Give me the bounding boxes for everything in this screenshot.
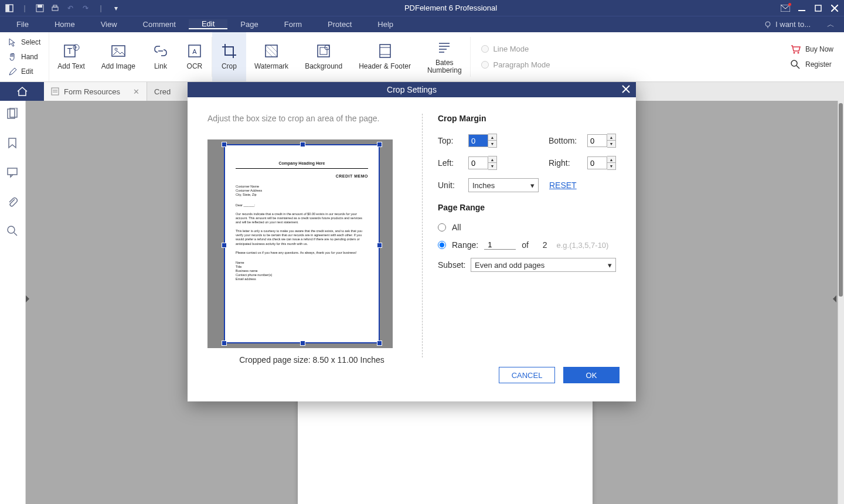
dialog-close-icon[interactable] bbox=[621, 84, 632, 96]
bottom-up[interactable]: ▲ bbox=[607, 134, 615, 141]
headerfooter-button[interactable]: Header & Footer bbox=[350, 32, 419, 81]
preview-heading: Company Heading Here bbox=[236, 161, 368, 166]
iwantto-button[interactable]: I want to... bbox=[753, 20, 821, 29]
preview-memo: CREDIT MEMO bbox=[236, 173, 368, 179]
maximize-icon[interactable] bbox=[814, 4, 823, 13]
addtext-label: Add Text bbox=[57, 63, 84, 70]
bookmark-icon[interactable] bbox=[6, 137, 19, 150]
link-button[interactable]: Link bbox=[144, 32, 178, 81]
ok-button[interactable]: OK bbox=[563, 367, 620, 383]
left-down[interactable]: ▼ bbox=[488, 163, 496, 169]
right-up[interactable]: ▲ bbox=[607, 156, 615, 163]
crop-handle-w[interactable] bbox=[222, 243, 227, 248]
left-input[interactable] bbox=[468, 156, 488, 169]
menu-help[interactable]: Help bbox=[365, 20, 406, 29]
searchpanel-icon[interactable] bbox=[6, 225, 19, 238]
buynow-label: Buy Now bbox=[805, 45, 833, 53]
collapse-ribbon-icon[interactable]: ︿ bbox=[821, 19, 840, 30]
bates-button[interactable]: Bates Numbering bbox=[419, 32, 470, 81]
addtext-button[interactable]: T+Add Text bbox=[49, 32, 93, 81]
right-input[interactable] bbox=[587, 156, 607, 169]
tab-cred[interactable]: Cred bbox=[147, 82, 178, 101]
svg-text:A: A bbox=[192, 48, 197, 55]
hand-tool[interactable]: Hand bbox=[6, 49, 43, 64]
mail-icon[interactable] bbox=[781, 4, 790, 13]
menu-form[interactable]: Form bbox=[271, 20, 315, 29]
menu-file[interactable]: File bbox=[4, 20, 42, 29]
register-button[interactable]: Register bbox=[790, 59, 833, 70]
svg-rect-4 bbox=[52, 7, 58, 11]
qat-dropdown-icon[interactable]: ▾ bbox=[111, 4, 121, 13]
comments-icon[interactable] bbox=[6, 166, 19, 179]
save-icon[interactable] bbox=[35, 4, 45, 13]
cancel-button[interactable]: CANCEL bbox=[499, 367, 555, 383]
close-icon[interactable] bbox=[830, 4, 839, 13]
crop-handle-se[interactable] bbox=[377, 340, 382, 346]
ribbon: Select Hand Edit T+Add Text Add Image Li… bbox=[0, 32, 844, 82]
menu-comment[interactable]: Comment bbox=[130, 20, 189, 29]
minimize-icon[interactable] bbox=[797, 4, 806, 13]
crop-handle-s[interactable] bbox=[300, 340, 305, 346]
crop-button[interactable]: Crop bbox=[212, 32, 246, 81]
top-up[interactable]: ▲ bbox=[488, 134, 496, 141]
scrollbar-thumb[interactable] bbox=[839, 103, 843, 297]
crop-handle-e[interactable] bbox=[377, 243, 382, 248]
top-down[interactable]: ▼ bbox=[488, 141, 496, 147]
top-input[interactable] bbox=[468, 134, 488, 147]
tab-close-icon[interactable]: ✕ bbox=[133, 87, 139, 96]
crop-handle-nw[interactable] bbox=[222, 142, 227, 147]
svg-rect-3 bbox=[38, 5, 42, 8]
redo-icon[interactable]: ↷ bbox=[81, 4, 90, 13]
select-tool[interactable]: Select bbox=[6, 35, 43, 49]
ocr-button[interactable]: AOCR bbox=[178, 32, 212, 81]
addimage-label: Add Image bbox=[101, 63, 135, 70]
linemode-input[interactable] bbox=[481, 45, 489, 53]
menu-home[interactable]: Home bbox=[42, 20, 88, 29]
buynow-button[interactable]: Buy Now bbox=[790, 44, 833, 55]
expand-left-icon[interactable] bbox=[26, 295, 32, 302]
addimage-button[interactable]: Add Image bbox=[93, 32, 144, 81]
home-tab[interactable] bbox=[0, 82, 44, 101]
unit-select[interactable]: Inches▾ bbox=[468, 178, 539, 192]
subset-select[interactable]: Even and odd pages▾ bbox=[471, 258, 616, 272]
search-icon bbox=[790, 59, 801, 70]
paramode-input[interactable] bbox=[481, 61, 489, 69]
crop-handle-n[interactable] bbox=[300, 142, 305, 147]
menu-view[interactable]: View bbox=[88, 20, 130, 29]
menu-protect[interactable]: Protect bbox=[315, 20, 365, 29]
menu-edit[interactable]: Edit bbox=[189, 19, 227, 29]
ocr-label: OCR bbox=[187, 63, 203, 70]
watermark-button[interactable]: Watermark bbox=[246, 32, 297, 81]
reset-link[interactable]: RESET bbox=[549, 181, 577, 190]
svg-rect-41 bbox=[8, 168, 17, 175]
edit-tool[interactable]: Edit bbox=[6, 64, 43, 79]
paramode-radio[interactable]: Paragraph Mode bbox=[481, 60, 550, 69]
crop-icon bbox=[221, 43, 237, 59]
menu-page[interactable]: Page bbox=[227, 20, 271, 29]
bottom-down[interactable]: ▼ bbox=[607, 141, 615, 147]
expand-right-icon[interactable] bbox=[831, 295, 836, 302]
cropped-size-text: Cropped page size: 8.50 x 11.00 Inches bbox=[207, 355, 416, 365]
svg-point-32 bbox=[793, 52, 795, 54]
crop-handle-sw[interactable] bbox=[222, 340, 227, 346]
crop-preview[interactable]: Company Heading Here CREDIT MEMO Custome… bbox=[207, 139, 393, 348]
undo-icon[interactable]: ↶ bbox=[66, 4, 75, 13]
bottom-input[interactable] bbox=[587, 134, 607, 147]
range-input[interactable] bbox=[484, 240, 516, 250]
crop-handle-ne[interactable] bbox=[377, 142, 382, 147]
range-radio[interactable] bbox=[438, 241, 446, 249]
background-label: Background bbox=[305, 63, 342, 70]
scrollbar-track[interactable] bbox=[838, 101, 844, 504]
svg-rect-8 bbox=[815, 5, 821, 11]
tab-form-resources[interactable]: Form Resources ✕ bbox=[44, 82, 147, 101]
print-icon[interactable] bbox=[50, 4, 60, 13]
linemode-label: Line Mode bbox=[494, 45, 529, 53]
thumbnails-icon[interactable] bbox=[6, 108, 19, 121]
svg-rect-5 bbox=[53, 5, 57, 7]
linemode-radio[interactable]: Line Mode bbox=[481, 45, 550, 53]
all-radio[interactable] bbox=[438, 223, 446, 231]
left-up[interactable]: ▲ bbox=[488, 156, 496, 163]
background-button[interactable]: Background bbox=[297, 32, 350, 81]
attachment-icon[interactable] bbox=[6, 196, 19, 209]
right-down[interactable]: ▼ bbox=[607, 163, 615, 169]
